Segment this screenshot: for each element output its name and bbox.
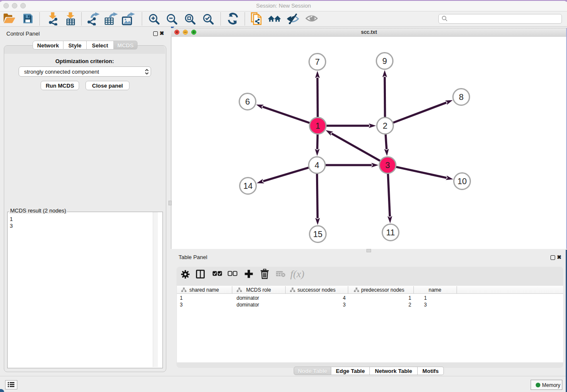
svg-text:14: 14 (243, 181, 253, 190)
svg-text:1: 1 (315, 121, 320, 130)
svg-text:9: 9 (382, 56, 387, 66)
svg-text:11: 11 (386, 228, 395, 237)
svg-text:15: 15 (313, 229, 322, 239)
svg-text:7: 7 (315, 57, 319, 66)
svg-text:2: 2 (383, 121, 387, 130)
svg-text:8: 8 (459, 92, 463, 102)
svg-text:6: 6 (245, 97, 250, 106)
svg-text:3: 3 (385, 160, 390, 170)
svg-text:10: 10 (457, 177, 467, 186)
svg-text:4: 4 (314, 160, 319, 170)
